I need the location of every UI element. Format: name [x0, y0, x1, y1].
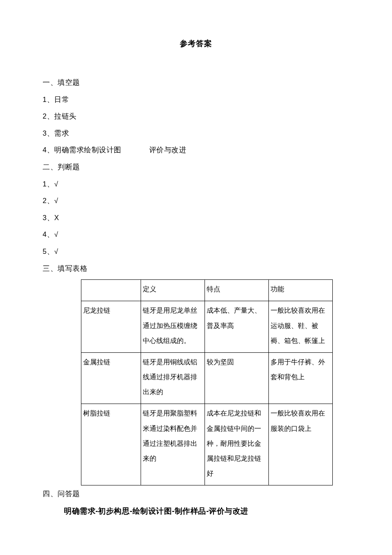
- row2-func: 多用于牛仔裤、外套和背包上: [269, 352, 333, 404]
- section-1-heading: 一、填空题: [43, 74, 349, 91]
- document-page: 参考答案 一、填空题 1、日常 2、拉链头 3、需求 4、明确需求绘制设计图 评…: [0, 0, 392, 555]
- section-4-heading: 四、问答题: [43, 485, 349, 503]
- th-feature: 特点: [205, 280, 269, 301]
- judge-1: 1、√: [43, 176, 349, 193]
- row3-name: 树脂拉链: [81, 404, 141, 485]
- table-row: 树脂拉链 链牙是用聚脂塑料米通过染料配色并通过注塑机器排出来的 成本在尼龙拉链和…: [81, 404, 333, 485]
- table-row: 尼龙拉链 链牙是用尼龙单丝通过加热压模缠绕中心线组成的。 成本低、产量大、普及率…: [81, 301, 333, 353]
- judge-2: 2、√: [43, 192, 349, 209]
- row1-def: 链牙是用尼龙单丝通过加热压模缠绕中心线组成的。: [141, 301, 205, 353]
- row2-feat: 较为坚固: [205, 352, 269, 404]
- zipper-table: 定义 特点 功能 尼龙拉链 链牙是用尼龙单丝通过加热压模缠绕中心线组成的。 成本…: [81, 279, 333, 485]
- row2-name: 金属拉链: [81, 352, 141, 404]
- qa-answer: 明确需求-初步构思-绘制设计图-制作样品-评价与改进: [64, 506, 349, 516]
- fill-blank-4b: 评价与改进: [149, 142, 187, 159]
- row3-def: 链牙是用聚脂塑料米通过染料配色并通过注塑机器排出来的: [141, 404, 205, 485]
- fill-blank-4: 4、明确需求绘制设计图 评价与改进: [43, 142, 349, 159]
- row2-def: 链牙是用铜线或铝线通过排牙机器排出来的: [141, 352, 205, 404]
- row1-func: 一般比较喜欢用在运动服、鞋、被褥、箱包、帐篷上: [269, 301, 333, 353]
- judge-4: 4、√: [43, 226, 349, 243]
- th-definition: 定义: [141, 280, 205, 301]
- th-function: 功能: [269, 280, 333, 301]
- judge-5: 5、√: [43, 243, 349, 260]
- row1-name: 尼龙拉链: [81, 301, 141, 353]
- page-title: 参考答案: [43, 38, 349, 49]
- row3-feat: 成本在尼龙拉链和金属拉链中间的一种，耐用性要比金属拉链和尼龙拉链好: [205, 404, 269, 485]
- section-3-heading: 三、填写表格: [43, 260, 349, 277]
- fill-blank-1: 1、日常: [43, 91, 349, 108]
- fill-blank-2: 2、拉链头: [43, 108, 349, 125]
- judge-3: 3、X: [43, 209, 349, 227]
- table-header-row: 定义 特点 功能: [81, 280, 333, 301]
- fill-blank-3: 3、需求: [43, 125, 349, 142]
- fill-blank-4a: 4、明确需求绘制设计图: [43, 146, 121, 154]
- section-2-heading: 二、判断题: [43, 159, 349, 176]
- row3-func: 一般比较喜欢用在服装的口袋上: [269, 404, 333, 485]
- table-row: 金属拉链 链牙是用铜线或铝线通过排牙机器排出来的 较为坚固 多用于牛仔裤、外套和…: [81, 352, 333, 404]
- th-empty: [81, 280, 141, 301]
- row1-feat: 成本低、产量大、普及率高: [205, 301, 269, 353]
